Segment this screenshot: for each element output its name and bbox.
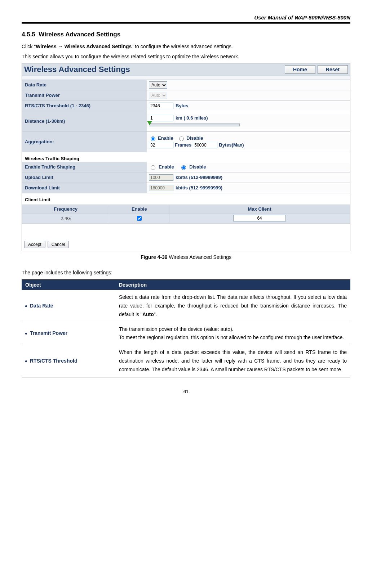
label-download-limit: Download Limit [22,183,147,193]
col-max-client: Max Client [169,205,350,213]
desc-transmit-power: The transmission power of the device (va… [115,322,350,345]
upload-limit-input [149,174,173,181]
table-row: RTS/CTS Threshold When the length of a d… [22,345,350,377]
titlebar-separator [22,76,350,80]
row-distance: Distance (1-30km) km ( 0.6 miles) [22,111,350,132]
aggregation-frames-label: Frames [175,142,191,148]
shaping-disable-radio[interactable] [181,165,186,170]
sub-heading-shaping: Wireless Traffic Shaping [22,152,350,162]
shaping-disable-label: Disable [189,164,206,170]
bullet-icon [25,305,27,307]
desc-data-rate: Select a data rate from the drop-down li… [115,290,350,322]
rts-unit: Bytes [176,103,188,108]
aggregation-bytes-label: Bytes(Max) [219,142,244,148]
label-distance: Distance (1-30km) [22,111,147,131]
row-traffic-shaping-enable: Enable Traffic Shaping Enable Disable [22,162,350,172]
table-bottom-border [22,377,350,378]
obj-data-rate: Data Rate [22,290,115,322]
label-upload-limit: Upload Limit [22,172,147,183]
col-object: Object [22,280,115,290]
shaping-enable-label: Enable [159,164,174,170]
reset-button[interactable]: Reset [318,65,348,74]
client-limit-table: Frequency Enable Max Client 2.4G [22,205,350,224]
distance-input[interactable] [149,115,173,121]
transmit-power-select: Auto [149,92,167,99]
download-limit-unit: kbit/s (512-99999999) [176,185,222,190]
spacer [22,224,350,238]
distance-slider[interactable] [149,124,240,126]
section-heading: 4.5.5 Wireless Advanced Settings [22,31,350,38]
header-divider [22,22,350,24]
row-transmit-power: Transmit Power Auto [22,90,350,101]
distance-unit: km ( 0.6 miles) [176,115,208,121]
aggregation-disable-label: Disable [186,135,203,141]
bullet-icon [25,333,27,335]
aggregation-enable-radio[interactable] [151,136,155,141]
row-rts-threshold: RTS/CTS Threshold (1 - 2346) Bytes [22,101,350,111]
data-rate-select[interactable]: Auto [149,81,167,89]
cancel-button[interactable]: Cancel [48,241,69,248]
label-data-rate: Data Rate [22,80,147,90]
intro-text: " to configure the wireless advanced set… [132,44,232,49]
label-traffic-shaping: Enable Traffic Shaping [22,162,147,172]
aggregation-bytes-input[interactable] [193,142,217,148]
home-button[interactable]: Home [285,65,315,74]
aggregation-enable-label: Enable [158,135,173,141]
intro-line-1: Click "Wireless → Wireless Advanced Sett… [22,42,350,50]
screenshot-titlebar: Wireless Advanced Settings Home Reset [22,63,350,76]
sub-heading-client-limit: Client Limit [22,193,350,203]
screenshot-wireless-advanced: Wireless Advanced Settings Home Reset Da… [22,63,350,251]
cell-frequency: 2.4G [22,213,109,223]
row-aggregation: Aggregation: Enable Disable Frames Bytes… [22,132,350,152]
upload-limit-unit: kbit/s (512-99999999) [176,175,222,180]
section-number: 4.5.5 [22,31,35,38]
desc-rts-threshold: When the length of a data packet exceeds… [115,345,350,377]
shaping-enable-radio[interactable] [151,165,155,170]
page-header: User Manual of WAP-500N/WBS-500N [22,14,350,22]
table-row: 2.4G [22,213,350,223]
label-rts-threshold: RTS/CTS Threshold (1 - 2346) [22,101,147,111]
obj-transmit-power: Transmit Power [22,322,115,345]
description-table: Object Description Data Rate Select a da… [22,280,350,377]
download-limit-input [149,185,173,191]
figure-label: Figure 4-39 [141,254,168,260]
col-enable: Enable [109,205,169,213]
screenshot-title: Wireless Advanced Settings [24,65,130,74]
aggregation-disable-radio[interactable] [179,136,184,141]
intro-line-2: This section allows you to configure the… [22,53,350,60]
rts-threshold-input[interactable] [149,103,173,109]
col-frequency: Frequency [22,205,109,213]
client-enable-checkbox[interactable] [137,216,142,221]
obj-rts-threshold: RTS/CTS Threshold [22,345,115,377]
row-data-rate: Data Rate Auto [22,80,350,90]
figure-caption: Figure 4-39 Wireless Advanced Settings [22,254,350,260]
table-row: Data Rate Select a data rate from the dr… [22,290,350,322]
figure-text: Wireless Advanced Settings [169,254,232,260]
aggregation-frames-input[interactable] [149,142,173,148]
label-transmit-power: Transmit Power [22,90,147,100]
max-client-input[interactable] [233,215,286,221]
intro-nav-path: Wireless → Wireless Advanced Settings [36,44,132,49]
bullet-icon [25,360,27,362]
col-description: Description [115,280,350,290]
section-title: Wireless Advanced Settings [39,31,120,38]
slider-thumb-icon [147,121,152,125]
intro-text: Click " [22,44,36,49]
screenshot-footer: Accept Cancel [22,238,350,251]
row-upload-limit: Upload Limit kbit/s (512-99999999) [22,172,350,183]
table-row: Transmit Power The transmission power of… [22,322,350,345]
label-aggregation: Aggregation: [22,132,147,152]
desc-lead: The page includes the following settings… [22,269,350,277]
row-download-limit: Download Limit kbit/s (512-99999999) [22,183,350,193]
accept-button[interactable]: Accept [24,241,45,248]
page-number: -61- [22,389,350,394]
